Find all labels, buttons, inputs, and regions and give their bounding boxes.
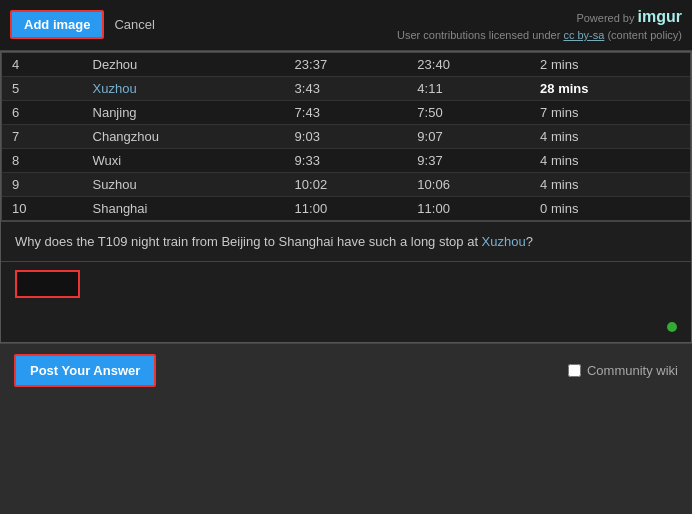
add-image-button[interactable]: Add image [10,10,104,39]
input-area [1,262,691,342]
question-text-before: Why does the T109 night train from Beiji… [15,234,482,249]
post-answer-button[interactable]: Post Your Answer [14,354,156,387]
row-stop: 4 mins [530,148,690,172]
row-arrival: 10:06 [407,172,530,196]
row-departure: 11:00 [285,196,408,220]
license-text: User contributions licensed under [397,29,560,41]
row-station: Suzhou [83,172,285,196]
xuzhou-link[interactable]: Xuzhou [482,234,526,249]
row-stop: 7 mins [530,100,690,124]
row-arrival: 11:00 [407,196,530,220]
row-stop: 0 mins [530,196,690,220]
table-row: 7Changzhou9:039:074 mins [2,124,690,148]
table-row: 10Shanghai11:0011:000 mins [2,196,690,220]
table-row: 8Wuxi9:339:374 mins [2,148,690,172]
row-station: Nanjing [83,100,285,124]
table-row: 6Nanjing7:437:507 mins [2,100,690,124]
row-arrival: 7:50 [407,100,530,124]
bottom-bar: Post Your Answer Community wiki [0,343,692,397]
table-row: 4Dezhou23:3723:402 mins [2,53,690,77]
row-station[interactable]: Xuzhou [83,76,285,100]
row-stop: 4 mins [530,172,690,196]
row-station: Shanghai [83,196,285,220]
row-departure: 9:03 [285,124,408,148]
question-text-after: ? [526,234,533,249]
imgur-logo: imgur [638,8,682,25]
row-departure: 9:33 [285,148,408,172]
row-departure: 10:02 [285,172,408,196]
row-num: 4 [2,53,83,77]
question-text: Why does the T109 night train from Beiji… [15,232,677,252]
powered-by-text: Powered by [576,12,634,24]
row-stop: 4 mins [530,124,690,148]
row-num: 6 [2,100,83,124]
train-table: 4Dezhou23:3723:402 mins5Xuzhou3:434:1128… [2,53,690,220]
row-arrival: 9:07 [407,124,530,148]
row-departure: 23:37 [285,53,408,77]
main-content: 4Dezhou23:3723:402 mins5Xuzhou3:434:1128… [0,51,692,344]
content-policy-text: (content policy) [607,29,682,41]
table-row: 5Xuzhou3:434:1128 mins [2,76,690,100]
row-num: 9 [2,172,83,196]
row-departure: 7:43 [285,100,408,124]
row-arrival: 4:11 [407,76,530,100]
community-wiki-area: Community wiki [568,363,678,378]
row-arrival: 23:40 [407,53,530,77]
answer-input[interactable] [15,270,80,298]
station-link[interactable]: Xuzhou [93,81,137,96]
cc-link[interactable]: cc by-sa [563,29,604,41]
row-station: Wuxi [83,148,285,172]
community-wiki-label: Community wiki [587,363,678,378]
row-station: Changzhou [83,124,285,148]
row-num: 10 [2,196,83,220]
train-table-area: 4Dezhou23:3723:402 mins5Xuzhou3:434:1128… [1,52,691,221]
row-stop: 2 mins [530,53,690,77]
row-departure: 3:43 [285,76,408,100]
row-num: 5 [2,76,83,100]
cancel-link[interactable]: Cancel [114,17,154,32]
question-area: Why does the T109 night train from Beiji… [1,221,691,263]
imgur-bar: Add image Cancel Powered by imgur User c… [0,0,692,51]
green-dot-indicator [667,322,677,332]
community-wiki-checkbox[interactable] [568,364,581,377]
imgur-powered-info: Powered by imgur User contributions lice… [397,6,682,44]
row-num: 7 [2,124,83,148]
row-arrival: 9:37 [407,148,530,172]
row-stop: 28 mins [530,76,690,100]
table-row: 9Suzhou10:0210:064 mins [2,172,690,196]
row-num: 8 [2,148,83,172]
row-station: Dezhou [83,53,285,77]
